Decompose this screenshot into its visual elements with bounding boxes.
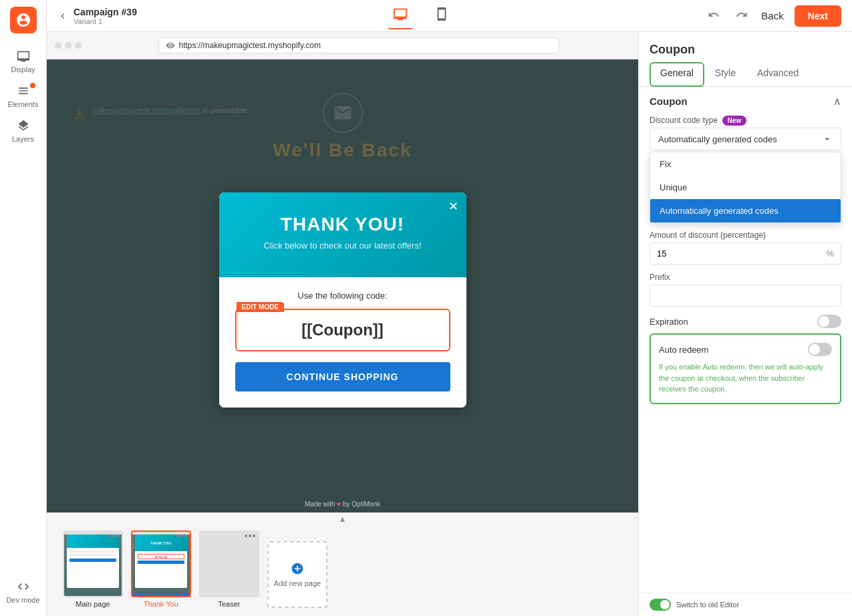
sidebar-item-layers[interactable]: Layers <box>0 114 46 148</box>
redo-icon <box>736 9 748 21</box>
devmode-icon <box>17 580 30 593</box>
sidebar: Display Elements Layers Dev mode <box>0 0 47 616</box>
thumb-dots-thankyou <box>176 534 187 537</box>
thumb-label-thankyou: Thank You <box>144 600 178 608</box>
browser-dot-red <box>55 42 61 49</box>
tab-advanced[interactable]: Advanced <box>746 62 809 86</box>
section-header: Coupon ∧ <box>650 95 841 108</box>
thumbnail-thank-you[interactable]: THANK YOU! [[Coupon]] <box>131 530 191 608</box>
popup-header: ✕ THANK YOU! Click below to check out ou… <box>219 192 466 277</box>
thumbnail-main-page[interactable]: › Main page <box>63 530 123 608</box>
thumbnails-bar: ▲ <box>47 512 638 616</box>
switch-editor-toggle[interactable] <box>650 599 671 611</box>
thumb-label-teaser: Teaser <box>218 600 240 608</box>
auto-redeem-toggle[interactable] <box>808 343 832 356</box>
variant-label: Variant 1 <box>74 17 137 25</box>
popup-coupon-box[interactable]: EDIT MODE [[Coupon]] <box>235 309 450 351</box>
switch-editor-knob <box>660 600 670 609</box>
option-fix-label: Fix <box>660 159 671 169</box>
sidebar-item-elements[interactable]: Elements <box>0 79 46 114</box>
device-switcher <box>137 3 705 29</box>
section-title: Coupon <box>650 96 688 107</box>
switch-editor-row[interactable]: Switch to old Editor <box>639 593 852 616</box>
dropdown-current-label: Automatically generated codes <box>658 134 777 144</box>
popup-title: THANK YOU! <box>235 214 450 235</box>
thumb-dots-main <box>108 534 119 537</box>
thumb-dots-teaser <box>245 534 255 537</box>
topbar-actions: Back Next <box>705 5 841 27</box>
tab-general[interactable]: General <box>650 62 704 87</box>
topbar: Campaign #39 Variant 1 Back Next <box>47 0 852 32</box>
display-icon <box>17 49 30 63</box>
thumb-card-main: › <box>63 530 123 597</box>
tab-advanced-label: Advanced <box>757 67 799 78</box>
back-nav[interactable] <box>57 11 68 21</box>
eye-icon <box>166 41 175 50</box>
auto-redeem-label: Auto redeem <box>659 345 708 355</box>
popup-body: Use the following code: EDIT MODE [[Coup… <box>219 277 466 408</box>
thumb-card-thankyou: THANK YOU! [[Coupon]] <box>131 530 191 597</box>
amount-section: Amount of discount (percentage) % <box>650 230 841 265</box>
redo-btn[interactable] <box>733 6 750 26</box>
devmode-label: Dev mode <box>6 596 39 604</box>
auto-redeem-description: If you enable Auto redeem, then we will … <box>659 361 832 395</box>
dropdown-option-auto[interactable]: Automatically generated codes <box>650 199 841 222</box>
amount-input[interactable] <box>650 243 819 264</box>
expiration-label: Expiration <box>650 317 688 327</box>
dropdown-chevron-icon <box>822 134 833 144</box>
back-button[interactable]: Back <box>761 10 783 21</box>
popup-subtitle: Click below to check out our latest offe… <box>235 241 450 251</box>
tab-style[interactable]: Style <box>704 62 746 86</box>
popup-close-btn[interactable]: ✕ <box>448 200 458 212</box>
layers-label: Layers <box>12 135 34 143</box>
logo-icon <box>15 12 31 28</box>
thumbnail-teaser[interactable]: Teaser <box>199 530 259 608</box>
scroll-up-btn[interactable]: ▲ <box>339 514 347 524</box>
mobile-device-btn[interactable] <box>429 3 454 29</box>
tab-general-label: General <box>660 67 694 78</box>
browser-dot-yellow <box>65 42 72 49</box>
popup-code-label: Use the following code: <box>235 291 450 301</box>
option-auto-label: Automatically generated codes <box>660 206 778 216</box>
edit-mode-badge: EDIT MODE <box>237 302 285 312</box>
discount-type-dropdown[interactable]: Automatically generated codes Fix Unique… <box>650 128 841 150</box>
credit-text: Made with ♥ by OptiMonk <box>305 500 380 508</box>
expiration-toggle[interactable] <box>817 315 841 328</box>
amount-suffix: % <box>819 249 841 259</box>
app-logo <box>10 7 37 33</box>
dropdown-option-fix[interactable]: Fix <box>650 152 841 176</box>
next-button[interactable]: Next <box>795 5 841 27</box>
desktop-device-btn[interactable] <box>388 3 413 29</box>
undo-icon <box>708 9 720 21</box>
expiration-row: Expiration <box>650 315 841 328</box>
add-page-label: Add new page <box>274 579 321 587</box>
display-label: Display <box>11 65 35 73</box>
coupon-section: Coupon ∧ Discount code type New Automati… <box>639 87 852 420</box>
dropdown-option-unique[interactable]: Unique <box>650 176 841 199</box>
campaign-name: Campaign #39 <box>74 7 137 17</box>
add-new-page-btn[interactable]: Add new page <box>267 541 327 608</box>
sidebar-item-display[interactable]: Display <box>0 44 46 79</box>
page-background: We'll Be Back ⚠ makeupmagictest.myshopif… <box>47 59 638 540</box>
section-collapse-btn[interactable]: ∧ <box>833 95 841 108</box>
undo-btn[interactable] <box>705 6 722 26</box>
amount-input-wrap: % <box>650 243 841 265</box>
popup-overlay: ✕ THANK YOU! Click below to check out ou… <box>47 59 638 540</box>
prefix-input[interactable] <box>650 285 841 307</box>
canvas-area: https://makeupmagictest.myshopify.com We… <box>47 32 638 616</box>
sidebar-item-devmode[interactable]: Dev mode <box>0 575 46 609</box>
back-chevron-icon <box>57 11 68 21</box>
add-page-icon <box>291 562 304 575</box>
popup-widget: ✕ THANK YOU! Click below to check out ou… <box>219 192 466 408</box>
dropdown-selected-value[interactable]: Automatically generated codes <box>650 128 841 150</box>
auto-redeem-box: Auto redeem If you enable Auto redeem, t… <box>650 333 841 404</box>
thumb-card-teaser <box>199 530 259 597</box>
heart-icon: ♥ <box>337 500 341 508</box>
discount-type-label-text: Discount code type <box>650 116 718 125</box>
tab-style-label: Style <box>715 67 736 78</box>
switch-editor-label: Switch to old Editor <box>676 601 739 609</box>
url-bar: https://makeupmagictest.myshopify.com <box>158 37 559 53</box>
prefix-label: Prefix <box>650 273 841 282</box>
prefix-section: Prefix <box>650 273 841 307</box>
continue-shopping-btn[interactable]: CONTINUE SHOPPING <box>235 362 450 392</box>
